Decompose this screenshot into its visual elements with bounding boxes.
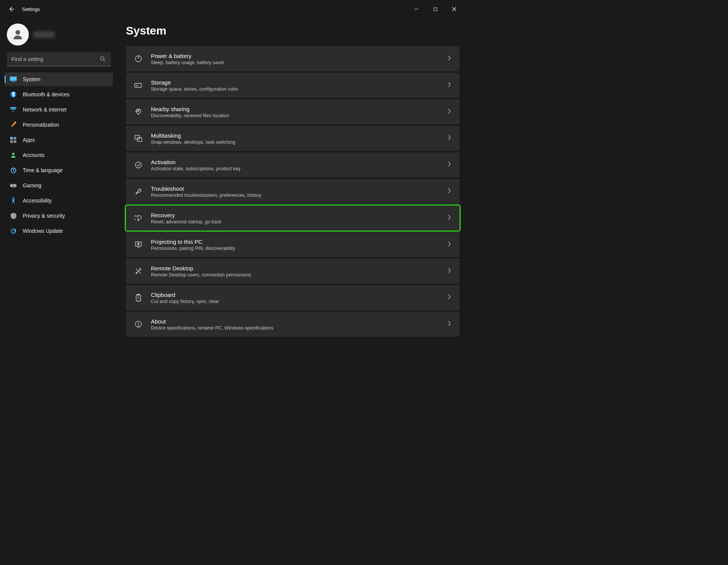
- card-subtitle: Recommended troubleshooters, preferences…: [151, 193, 439, 198]
- chevron-right-icon: [447, 108, 451, 115]
- bluetooth-icon: [10, 91, 17, 98]
- card-title: Clipboard: [151, 292, 439, 298]
- user-profile[interactable]: [5, 22, 113, 52]
- chevron-right-icon: [447, 241, 451, 248]
- svg-point-20: [15, 185, 16, 186]
- chevron-right-icon: [447, 294, 451, 301]
- clipboard-icon: [134, 293, 143, 302]
- settings-card-recovery[interactable]: RecoveryReset, advanced startup, go back: [126, 206, 460, 231]
- apps-icon: [10, 137, 17, 143]
- sidebar-item-label: Personalization: [23, 122, 108, 128]
- settings-card-projecting[interactable]: Projecting to this PCPermissions, pairin…: [126, 232, 460, 257]
- recovery-cloud-icon: [134, 214, 143, 222]
- card-text: TroubleshootRecommended troubleshooters,…: [151, 185, 439, 198]
- titlebar: Settings: [0, 0, 467, 18]
- drive-icon: [134, 81, 143, 89]
- search-input[interactable]: [7, 52, 111, 66]
- remote-arrows-icon: [134, 267, 143, 275]
- settings-card-list: Power & batterySleep, battery usage, bat…: [126, 46, 460, 337]
- card-title: Troubleshoot: [151, 185, 439, 192]
- share-icon: [134, 108, 143, 116]
- sidebar-item-label: Gaming: [23, 182, 108, 188]
- maximize-button[interactable]: [431, 5, 439, 13]
- project-screen-icon: [134, 240, 143, 249]
- svg-rect-7: [10, 77, 17, 81]
- avatar: [7, 24, 29, 46]
- card-text: ClipboardCut and copy history, sync, cle…: [151, 292, 439, 304]
- svg-rect-11: [10, 137, 13, 140]
- svg-point-19: [14, 185, 15, 185]
- card-subtitle: Permissions, pairing PIN, discoverabilit…: [151, 246, 439, 251]
- page-title: System: [126, 24, 460, 37]
- chevron-right-icon: [447, 135, 451, 142]
- svg-line-6: [104, 60, 105, 61]
- card-title: Recovery: [151, 212, 439, 218]
- sidebar-item-bluetooth[interactable]: Bluetooth & devices: [5, 88, 113, 101]
- settings-card-nearby-sharing[interactable]: Nearby sharingDiscoverability, received …: [126, 99, 460, 124]
- settings-card-multitasking[interactable]: MultitaskingSnap windows, desktops, task…: [126, 126, 460, 151]
- settings-card-troubleshoot[interactable]: TroubleshootRecommended troubleshooters,…: [126, 179, 460, 204]
- chevron-right-icon: [447, 215, 451, 221]
- accessibility-icon: [10, 197, 17, 204]
- app-title: Settings: [22, 6, 40, 12]
- sidebar-item-accounts[interactable]: Accounts: [5, 148, 113, 162]
- settings-card-storage[interactable]: StorageStorage space, drives, configurat…: [126, 73, 460, 98]
- search-icon: [100, 56, 105, 63]
- sidsidebar-item-gaming[interactable]: Gaming: [5, 179, 113, 192]
- card-title: Remote Desktop: [151, 265, 439, 272]
- paintbrush-icon: [10, 121, 17, 128]
- svg-point-34: [138, 325, 139, 326]
- card-text: StorageStorage space, drives, configurat…: [151, 79, 439, 92]
- card-subtitle: Device specifications, rename PC, Window…: [151, 325, 439, 331]
- sidebar-item-label: Windows Update: [23, 228, 108, 234]
- sidebar-item-label: Accounts: [23, 152, 108, 158]
- sidebar-item-network[interactable]: Network & internet: [5, 103, 113, 116]
- main-content: System Power & batterySleep, battery usa…: [118, 18, 467, 363]
- chevron-right-icon: [447, 268, 451, 275]
- card-text: MultitaskingSnap windows, desktops, task…: [151, 132, 439, 145]
- settings-card-remote-desktop[interactable]: Remote DesktopRemote Desktop users, conn…: [126, 259, 460, 284]
- sidebar-item-label: Privacy & security: [23, 213, 108, 219]
- sidebar-item-windows-update[interactable]: Windows Update: [5, 224, 113, 238]
- card-title: Nearby sharing: [151, 106, 439, 112]
- wrench-icon: [134, 187, 143, 196]
- sidebar-item-time-language[interactable]: Time & language: [5, 163, 113, 177]
- update-icon: [10, 228, 17, 234]
- svg-rect-13: [10, 140, 13, 143]
- sidebar-item-apps[interactable]: Apps: [5, 133, 113, 147]
- sidebar-item-label: Accessibility: [23, 198, 108, 204]
- card-subtitle: Remote Desktop users, connection permiss…: [151, 272, 439, 278]
- sidebar-item-accessibility[interactable]: Accessibility: [5, 194, 113, 207]
- card-text: AboutDevice specifications, rename PC, W…: [151, 318, 439, 331]
- svg-point-5: [100, 56, 104, 60]
- system-icon: [10, 76, 17, 83]
- settings-card-power-battery[interactable]: Power & batterySleep, battery usage, bat…: [126, 46, 460, 71]
- sidebar-item-label: Apps: [23, 137, 108, 143]
- chevron-right-icon: [447, 321, 451, 328]
- chevron-right-icon: [447, 162, 451, 168]
- settings-card-activation[interactable]: ActivationActivation state, subscription…: [126, 152, 460, 177]
- close-button[interactable]: [450, 5, 458, 13]
- settings-card-about[interactable]: AboutDevice specifications, rename PC, W…: [126, 312, 460, 337]
- sidebar: System Bluetooth & devices Network & int…: [0, 18, 118, 363]
- shield-icon: [10, 212, 17, 219]
- sidebar-item-privacy[interactable]: Privacy & security: [5, 209, 113, 223]
- svg-rect-8: [12, 82, 15, 82]
- svg-rect-14: [14, 140, 16, 143]
- sidebar-item-label: System: [23, 76, 108, 82]
- card-title: About: [151, 318, 439, 325]
- minimize-button[interactable]: [413, 5, 420, 13]
- chevron-right-icon: [447, 188, 451, 195]
- sidebar-item-personalization[interactable]: Personalization: [5, 118, 113, 132]
- power-icon: [134, 55, 143, 63]
- settings-card-clipboard[interactable]: ClipboardCut and copy history, sync, cle…: [126, 285, 460, 310]
- back-button[interactable]: [8, 5, 15, 13]
- sidebar-item-system[interactable]: System: [5, 72, 113, 86]
- card-text: ActivationActivation state, subscription…: [151, 159, 439, 171]
- card-title: Power & battery: [151, 53, 439, 59]
- info-icon: [134, 320, 143, 328]
- svg-point-15: [12, 153, 14, 155]
- card-subtitle: Storage space, drives, configuration rul…: [151, 86, 439, 92]
- card-subtitle: Sleep, battery usage, battery saver: [151, 60, 439, 65]
- person-icon: [10, 152, 17, 159]
